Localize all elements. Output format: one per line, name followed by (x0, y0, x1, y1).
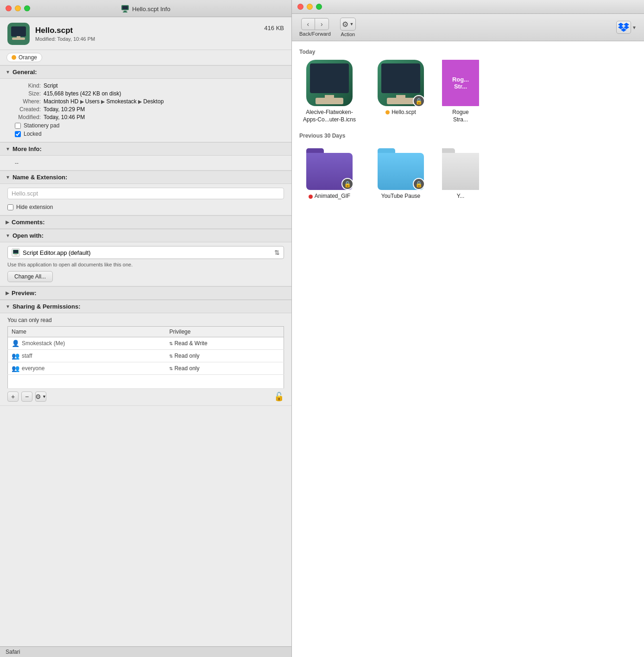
script-icon-svg (10, 25, 27, 42)
section-30days-label: Previous 30 Days (299, 133, 637, 139)
size-label: Size: (7, 90, 41, 97)
section-general-header[interactable]: ▼ General: (0, 65, 291, 79)
table-row: 👥 staff ⇅ Read only (8, 350, 284, 362)
privilege-cell-everyone[interactable]: ⇅ Read only (165, 362, 284, 375)
created-row: Created: Today, 10:29 PM (7, 106, 284, 113)
triangle-icon-7: ▼ (6, 304, 10, 309)
created-value: Today, 10:29 PM (44, 106, 85, 113)
finder-content: Today Alecive-Flatwoken-Apps-Co...uter-B… (292, 41, 644, 657)
info-footer: Safari (0, 646, 291, 657)
remove-permission-button[interactable]: − (21, 392, 32, 402)
gear-chevron-icon: ▼ (42, 394, 46, 399)
privilege-cell-staff[interactable]: ⇅ Read only (165, 350, 284, 362)
rogue-label: RogueStra... (452, 109, 468, 123)
table-row-empty (8, 375, 284, 389)
filename-input[interactable] (7, 188, 284, 199)
user-cell-everyone: 👥 everyone (8, 362, 166, 375)
orange-dot-indicator (385, 110, 390, 114)
section-openwith-content: Script Editor.app (default) ⇅ Use this a… (0, 242, 291, 286)
svg-rect-9 (14, 254, 17, 255)
forward-button[interactable]: › (315, 18, 329, 30)
label-text: Orange (19, 54, 37, 61)
hide-extension-row: Hide extension (7, 204, 284, 210)
section-moreinfo-header[interactable]: ▼ More Info: (0, 142, 291, 156)
modified-date: Modified: Today, 10:46 PM (35, 36, 259, 42)
back-button[interactable]: ‹ (301, 18, 315, 30)
section-comments-header[interactable]: ▶ Comments: (0, 215, 291, 229)
permissions-header-row: Name Privilege (8, 327, 284, 337)
section-sharing-header[interactable]: ▼ Sharing & Permissions: (0, 300, 291, 313)
permissions-table: Name Privilege 👤 Smokestack (Me) (7, 326, 284, 389)
close-button[interactable] (6, 6, 12, 12)
svg-rect-8 (13, 250, 18, 253)
label-area[interactable]: Orange (0, 50, 291, 65)
helloscpt-icon: 🔒 (378, 60, 424, 106)
hide-extension-checkbox[interactable] (7, 204, 13, 210)
open-with-app-icon (12, 248, 20, 257)
dropbox-icon (616, 21, 631, 34)
dropbox-toolbar-button[interactable]: ▼ (616, 21, 637, 34)
locked-label: Locked (24, 131, 42, 137)
filename-heading: Hello.scpt (35, 26, 259, 35)
gear-action-icon: ⚙ (342, 20, 348, 29)
locked-row: Locked (15, 131, 284, 137)
stationery-checkbox[interactable] (15, 123, 21, 129)
col-privilege-header: Privilege (165, 327, 284, 337)
section-name-label: Name & Extension: (13, 174, 67, 181)
info-panel: Hello.scpt Info Hello.scpt Modified: Tod… (0, 0, 292, 657)
finder-panel: ‹ › Back/Forward ⚙ ▼ Action (292, 0, 644, 657)
stationery-label: Stationery pad (24, 122, 59, 129)
privilege-cell-smokestack[interactable]: ⇅ Read & Write (165, 337, 284, 350)
locked-checkbox[interactable] (15, 131, 21, 137)
footer-text: Safari (6, 649, 20, 655)
section-preview-header[interactable]: ▶ Preview: (0, 286, 291, 300)
triangle-icon-3: ▼ (6, 175, 10, 180)
group-icon-2: 👥 (12, 365, 19, 372)
y-partial-icon (442, 144, 479, 190)
section-openwith-header[interactable]: ▼ Open with: (0, 229, 291, 242)
y-partial-label: Y... (457, 193, 464, 200)
rogue-purple-box: Rog...Str... (442, 60, 479, 106)
animated-gif-label: Animated_GIF (309, 193, 350, 200)
finder-item-alecive[interactable]: Alecive-Flatwoken-Apps-Co...uter-B.icns (299, 60, 360, 123)
section-moreinfo-label: More Info: (13, 145, 42, 152)
gear-permission-button[interactable]: ⚙ ▼ (35, 392, 46, 402)
open-with-app-name: Script Editor.app (default) (23, 249, 91, 256)
col-name-header: Name (8, 327, 166, 337)
open-with-select[interactable]: Script Editor.app (default) ⇅ (7, 246, 284, 259)
action-chevron-icon: ▼ (349, 22, 354, 26)
finder-item-y-partial[interactable]: Y... (442, 144, 479, 200)
action-toolbar-button[interactable]: ⚙ ▼ Action (340, 18, 356, 37)
section-today-label: Today (299, 49, 637, 55)
finder-item-youtube-pause[interactable]: 🔒 YouTube Pause (371, 144, 431, 200)
change-all-button[interactable]: Change All... (7, 271, 53, 282)
finder-close-button[interactable] (297, 4, 303, 10)
action-label: Action (341, 32, 355, 37)
finder-item-helloscpt[interactable]: 🔒 Hello.scpt (371, 60, 431, 123)
triangle-icon-4: ▶ (6, 220, 9, 225)
section-preview-label: Preview: (12, 290, 36, 297)
user-cell-staff: 👥 staff (8, 350, 166, 362)
svg-rect-3 (123, 12, 127, 13)
permissions-footer: + − ⚙ ▼ 🔓 (7, 389, 284, 402)
section-name-header[interactable]: ▼ Name & Extension: (0, 171, 291, 184)
finder-item-animated-gif[interactable]: 🔒 Animated_GIF (299, 144, 360, 200)
stationery-row: Stationery pad (15, 122, 284, 129)
label-badge[interactable]: Orange (6, 53, 42, 62)
section-sharing-content: You can only read Name Privilege 👤 Smoke… (0, 313, 291, 406)
finder-minimize-button[interactable] (307, 4, 313, 10)
lock-icon[interactable]: 🔓 (274, 392, 284, 402)
file-info-text: Hello.scpt Modified: Today, 10:46 PM (35, 26, 259, 42)
window-title: Hello.scpt Info (121, 5, 170, 13)
finder-traffic-lights (297, 4, 322, 10)
minimize-button[interactable] (15, 6, 21, 12)
add-permission-button[interactable]: + (7, 392, 19, 402)
finder-maximize-button[interactable] (316, 4, 322, 10)
animated-gif-icon: 🔒 (306, 144, 353, 190)
youtube-pause-icon: 🔒 (378, 144, 424, 190)
maximize-button[interactable] (24, 6, 30, 12)
section-comments-label: Comments: (12, 219, 45, 226)
finder-item-rogue[interactable]: Rog...Str... RogueStra... (442, 60, 479, 123)
finder-toolbar: ‹ › Back/Forward ⚙ ▼ Action (292, 14, 644, 41)
size-value: 415,668 bytes (422 KB on disk) (44, 90, 121, 97)
